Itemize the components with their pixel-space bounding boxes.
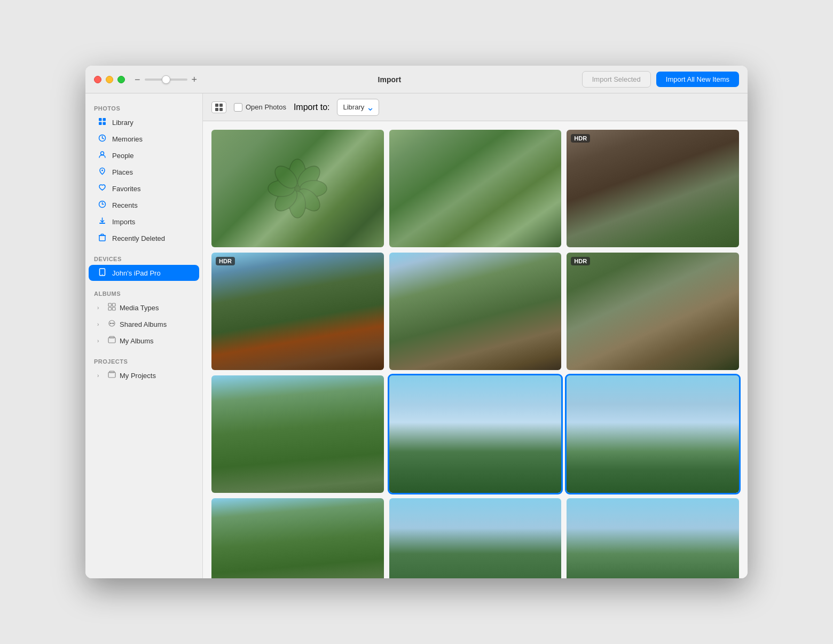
hdr-badge: HDR [571, 257, 590, 265]
recently-deleted-icon [97, 233, 107, 243]
svg-point-5 [100, 152, 104, 155]
photo-item[interactable]: HDR [567, 253, 739, 370]
devices-section-label: Devices [85, 250, 202, 264]
main-window: − + Import Import Selected Import All Ne… [85, 66, 748, 578]
svg-rect-14 [108, 308, 112, 311]
sidebar: Photos Library Memories People [85, 93, 203, 578]
library-label: Library [112, 119, 133, 127]
photo-item[interactable] [389, 130, 562, 247]
sidebar-item-my-albums[interactable]: › My Albums [89, 333, 199, 349]
svg-rect-1 [103, 118, 106, 121]
shared-albums-icon [107, 319, 116, 329]
ipad-icon [97, 268, 107, 278]
photo-item[interactable] [389, 498, 562, 578]
photo-item[interactable]: HDR [211, 253, 384, 370]
sidebar-item-ipad[interactable]: John's iPad Pro [89, 265, 199, 281]
zoom-slider[interactable] [145, 78, 187, 81]
hdr-badge: HDR [571, 134, 590, 143]
my-projects-label: My Projects [120, 372, 156, 380]
sidebar-item-library[interactable]: Library [89, 114, 199, 130]
sidebar-item-favorites[interactable]: Favorites [89, 180, 199, 197]
titlebar-actions: Import Selected Import All New Items [582, 71, 739, 88]
svg-rect-12 [108, 303, 112, 307]
memories-icon [97, 134, 107, 144]
zoom-slider-thumb[interactable] [162, 75, 170, 84]
sidebar-item-recents[interactable]: Recents [89, 197, 199, 213]
sidebar-item-my-projects[interactable]: › My Projects [89, 367, 199, 383]
svg-rect-3 [103, 122, 106, 125]
svg-point-6 [101, 170, 103, 171]
my-albums-label: My Albums [120, 337, 154, 345]
imports-label: Imports [112, 218, 135, 226]
minimize-button[interactable] [106, 76, 113, 83]
my-projects-icon [107, 371, 116, 380]
hdr-badge: HDR [216, 257, 235, 265]
imports-icon [97, 217, 107, 226]
places-label: Places [112, 168, 133, 176]
svg-rect-13 [112, 303, 115, 307]
import-all-button[interactable]: Import All New Items [656, 72, 739, 87]
close-button[interactable] [94, 76, 101, 83]
import-selected-button[interactable]: Import Selected [582, 71, 651, 88]
recently-deleted-label: Recently Deleted [112, 234, 165, 242]
recents-icon [97, 200, 107, 210]
sidebar-item-memories[interactable]: Memories [89, 131, 199, 147]
open-photos-checkbox-row[interactable]: Open Photos [234, 103, 286, 112]
photo-item[interactable] [567, 375, 739, 493]
shared-albums-label: Shared Albums [120, 320, 167, 328]
zoom-out-button[interactable]: − [135, 75, 140, 84]
photos-section-label: Photos [85, 100, 202, 114]
my-albums-icon [107, 336, 116, 345]
photo-grid: HDR HDR HDR [203, 121, 748, 578]
main-content: Photos Library Memories People [85, 93, 748, 578]
content-toolbar: Open Photos Import to: Library ⌄ [203, 93, 748, 121]
photo-item[interactable] [211, 130, 384, 247]
sidebar-item-places[interactable]: Places [89, 164, 199, 180]
photo-item[interactable] [389, 253, 562, 370]
content-area: Open Photos Import to: Library ⌄ [203, 93, 748, 578]
photo-item[interactable]: HDR [567, 130, 739, 247]
people-label: People [112, 152, 133, 160]
ipad-label: John's iPad Pro [112, 269, 161, 277]
svg-rect-2 [99, 122, 102, 125]
media-types-chevron: › [97, 305, 104, 311]
svg-rect-15 [112, 308, 115, 311]
photo-item[interactable] [567, 498, 739, 578]
traffic-lights [94, 76, 125, 83]
photo-item[interactable] [389, 375, 562, 493]
svg-rect-9 [99, 235, 105, 241]
albums-section-label: Albums [85, 285, 202, 299]
import-to-value: Library [343, 103, 364, 111]
titlebar: − + Import Import Selected Import All Ne… [85, 66, 748, 93]
open-photos-checkbox[interactable] [234, 103, 242, 112]
my-albums-chevron: › [97, 338, 104, 344]
people-icon [97, 151, 107, 160]
svg-rect-8 [99, 223, 105, 224]
favorites-icon [97, 184, 107, 193]
media-types-icon [107, 303, 116, 312]
library-icon [97, 117, 107, 127]
sidebar-item-media-types[interactable]: › Media Types [89, 300, 199, 316]
sidebar-item-recently-deleted[interactable]: Recently Deleted [89, 230, 199, 246]
import-to-select[interactable]: Library ⌄ [337, 99, 379, 116]
photo-item[interactable] [211, 375, 384, 493]
sidebar-item-imports[interactable]: Imports [89, 214, 199, 230]
import-to-label: Import to: [294, 103, 330, 112]
open-photos-label: Open Photos [246, 103, 286, 111]
memories-label: Memories [112, 135, 143, 143]
projects-section-label: Projects [85, 353, 202, 367]
shared-albums-chevron: › [97, 321, 104, 327]
zoom-in-button[interactable]: + [192, 75, 198, 84]
maximize-button[interactable] [117, 76, 125, 83]
grid-view-button[interactable] [211, 101, 226, 113]
svg-rect-0 [99, 118, 102, 121]
media-types-label: Media Types [120, 304, 159, 312]
svg-rect-24 [219, 104, 223, 107]
sidebar-item-people[interactable]: People [89, 147, 199, 163]
window-title: Import [378, 75, 402, 84]
svg-rect-26 [219, 108, 223, 111]
svg-point-11 [101, 274, 103, 275]
recents-label: Recents [112, 201, 138, 209]
photo-item[interactable] [211, 498, 384, 578]
sidebar-item-shared-albums[interactable]: › Shared Albums [89, 316, 199, 332]
